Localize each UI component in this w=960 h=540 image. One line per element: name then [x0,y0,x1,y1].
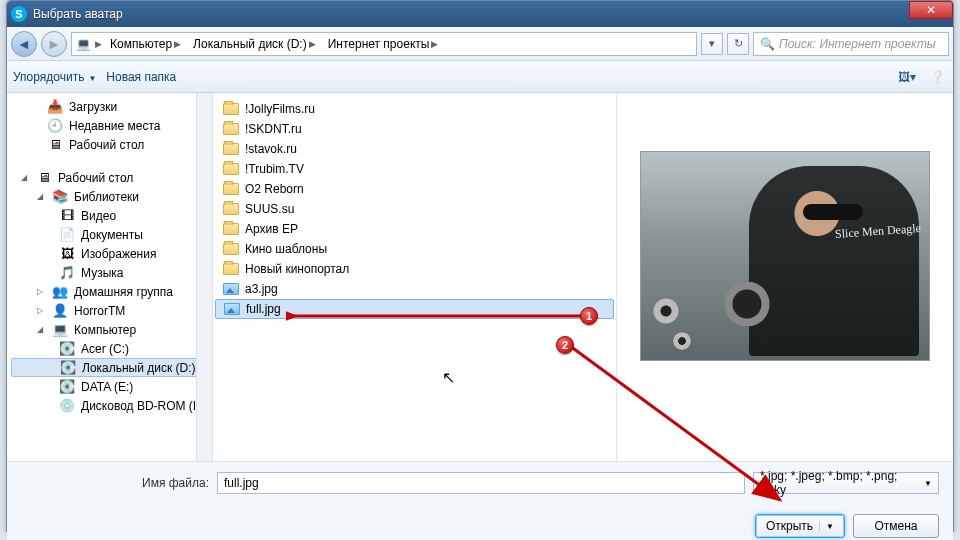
annotation-arrow-2 [566,342,796,512]
expand-icon[interactable]: ◢ [21,173,30,182]
recent-locations-button[interactable]: ▾ [701,33,723,55]
sidebar-item-computer[interactable]: ◢💻Компьютер [7,320,212,339]
sidebar-header-libraries[interactable]: ◢📚Библиотеки [7,187,212,206]
documents-icon: 📄 [59,227,75,243]
sidebar-drive-bdrom[interactable]: 💿Дисковод BD-ROM (I [7,396,212,415]
annotation-arrow-1 [286,310,586,330]
titlebar: S Выбрать аватар ✕ [7,1,953,27]
sidebar-item-documents[interactable]: 📄Документы [7,225,212,244]
annotation-marker-2: 2 [556,336,574,354]
folder-item[interactable]: SUUS.su [215,199,614,219]
sidebar-item-video[interactable]: 🎞Видео [7,206,212,225]
file-name-label: full.jpg [246,302,281,316]
file-name-label: SUUS.su [245,202,294,216]
folder-item[interactable]: !JollyFilms.ru [215,99,614,119]
sidebar-item-music[interactable]: 🎵Музыка [7,263,212,282]
chevron-down-icon: ▼ [924,479,932,488]
folder-item[interactable]: !stavok.ru [215,139,614,159]
refresh-button[interactable]: ↻ [727,33,749,55]
folder-icon [223,221,239,237]
sidebar-drive-e[interactable]: 💽DATA (E:) [7,377,212,396]
optical-icon: 💿 [59,398,75,414]
search-icon: 🔍 [760,37,775,51]
preview-image: Slice Men Deagle [640,151,930,361]
skype-icon: S [11,6,27,22]
sidebar-header-desktop[interactable]: ◢🖥Рабочий стол [7,168,212,187]
folder-icon [223,121,239,137]
nav-row: ◄ ► 💻 ▶ Компьютер▶ Локальный диск (D:)▶ … [7,27,953,61]
video-icon: 🎞 [59,208,75,224]
downloads-icon: 📥 [47,99,63,115]
address-bar[interactable]: 💻 ▶ Компьютер▶ Локальный диск (D:)▶ Инте… [71,32,697,56]
sidebar-item-recent[interactable]: 🕘Недавние места [7,116,212,135]
file-name-label: Новый кинопортал [245,262,349,276]
file-name-label: Архив ЕР [245,222,298,236]
folder-icon [223,161,239,177]
music-icon: 🎵 [59,265,75,281]
filename-label: Имя файла: [21,476,209,490]
sidebar-item-downloads[interactable]: 📥Загрузки [7,97,212,116]
file-name-label: !JollyFilms.ru [245,102,315,116]
sidebar: 📥Загрузки 🕘Недавние места 🖥Рабочий стол … [7,93,213,461]
breadcrumb-seg[interactable]: Компьютер▶ [106,37,185,51]
file-list[interactable]: !JollyFilms.ru!SKDNT.ru!stavok.ru!Trubim… [213,93,617,461]
breadcrumb-seg[interactable]: Локальный диск (D:)▶ [189,37,320,51]
new-folder-button[interactable]: Новая папка [106,70,176,84]
open-split-icon[interactable]: ▼ [819,522,834,531]
file-name-label: O2 Reborn [245,182,304,196]
sidebar-scrollbar[interactable] [196,93,212,461]
expand-icon[interactable]: ◢ [37,192,46,201]
folder-icon [223,181,239,197]
sidebar-item-images[interactable]: 🖼Изображения [7,244,212,263]
folder-item[interactable]: !SKDNT.ru [215,119,614,139]
search-input[interactable]: 🔍 Поиск: Интернет проекты [753,32,949,56]
file-name-label: !SKDNT.ru [245,122,302,136]
organize-menu[interactable]: Упорядочить▼ [13,70,96,84]
folder-icon [223,201,239,217]
recent-icon: 🕘 [47,118,63,134]
folder-item[interactable]: O2 Reborn [215,179,614,199]
drive-icon: 💽 [59,341,75,357]
desktop-icon: 🖥 [36,170,52,186]
breadcrumb-seg[interactable]: Интернет проекты▶ [324,37,443,51]
open-button[interactable]: Открыть▼ [755,514,845,538]
sidebar-item-user[interactable]: ▷👤HorrorTM [7,301,212,320]
sidebar-drive-c[interactable]: 💽Acer (C:) [7,339,212,358]
folder-item[interactable]: Архив ЕР [215,219,614,239]
file-name-label: Кино шаблоны [245,242,327,256]
bottom-panel: Имя файла: full.jpg *.jpg; *.jpeg; *.bmp… [7,461,953,540]
sidebar-item-desktop[interactable]: 🖥Рабочий стол [7,135,212,154]
images-icon: 🖼 [59,246,75,262]
image-file-icon [223,281,239,297]
close-button[interactable]: ✕ [909,1,953,19]
sidebar-item-homegroup[interactable]: ▷👥Домашняя группа [7,282,212,301]
folder-item[interactable]: Кино шаблоны [215,239,614,259]
folder-icon [223,241,239,257]
cursor-icon: ↖ [442,368,455,387]
folder-item[interactable]: !Trubim.TV [215,159,614,179]
back-button[interactable]: ◄ [11,31,37,57]
help-button[interactable]: ❔ [927,67,947,87]
homegroup-icon: 👥 [52,284,68,300]
sidebar-drive-d[interactable]: 💽Локальный диск (D:) [11,358,208,377]
folder-item[interactable]: Новый кинопортал [215,259,614,279]
folder-icon [223,141,239,157]
libraries-icon: 📚 [52,189,68,205]
folder-icon [223,101,239,117]
view-mode-button[interactable]: 🖼▾ [897,67,917,87]
computer-icon: 💻 [76,37,91,51]
image-file-icon [224,301,240,317]
cancel-button[interactable]: Отмена [853,514,939,538]
window-title: Выбрать аватар [33,7,949,21]
folder-icon [223,261,239,277]
search-placeholder: Поиск: Интернет проекты [779,37,936,51]
forward-button[interactable]: ► [41,31,67,57]
svg-line-3 [570,346,780,500]
user-icon: 👤 [52,303,68,319]
expand-icon[interactable]: ◢ [37,325,46,334]
file-item[interactable]: a3.jpg [215,279,614,299]
toolbar: Упорядочить▼ Новая папка 🖼▾ ❔ [7,61,953,93]
desktop-icon: 🖥 [47,137,63,153]
chevron-icon: ▶ [95,39,102,49]
file-name-label: !Trubim.TV [245,162,304,176]
